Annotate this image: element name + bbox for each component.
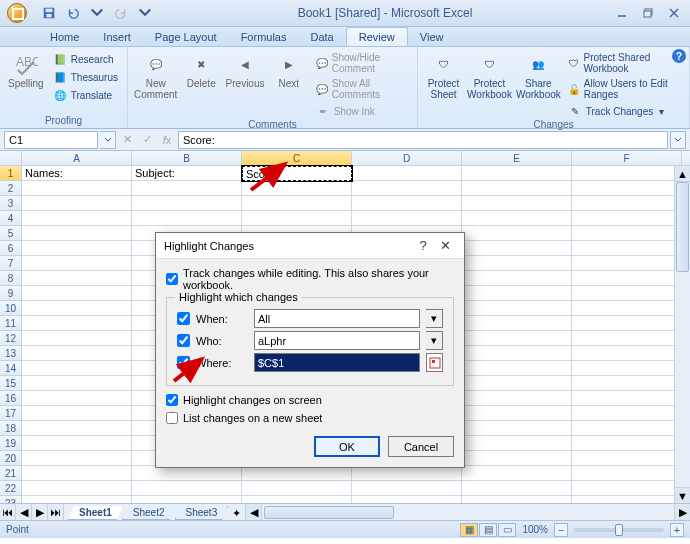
cell[interactable] xyxy=(572,211,682,226)
cell[interactable] xyxy=(22,196,132,211)
translate-button[interactable]: 🌐Translate xyxy=(50,87,121,103)
scroll-right[interactable]: ▶ xyxy=(674,504,690,520)
cell[interactable] xyxy=(132,211,242,226)
cell[interactable] xyxy=(22,301,132,316)
view-page-break[interactable]: ▭ xyxy=(498,523,516,537)
row-header[interactable]: 17 xyxy=(0,406,22,421)
close-button[interactable] xyxy=(662,5,686,21)
column-header[interactable]: B xyxy=(132,151,242,166)
protect-sheet-button[interactable]: 🛡Protect Sheet xyxy=(424,49,463,100)
track-changes-checkbox[interactable]: Track changes while editing. This also s… xyxy=(166,267,454,291)
tab-view[interactable]: View xyxy=(408,28,456,46)
column-header[interactable]: E xyxy=(462,151,572,166)
view-normal[interactable]: ▦ xyxy=(460,523,478,537)
research-button[interactable]: 📗Research xyxy=(50,51,121,67)
formula-input[interactable]: Score: xyxy=(178,131,668,149)
dialog-close-button[interactable]: ✕ xyxy=(434,238,456,253)
thesaurus-button[interactable]: 📘Thesaurus xyxy=(50,69,121,85)
delete-comment-button[interactable]: ✖Delete xyxy=(181,49,221,89)
cell[interactable] xyxy=(462,256,572,271)
sheet-nav-first[interactable]: ⏮ xyxy=(0,504,16,520)
row-header[interactable]: 19 xyxy=(0,436,22,451)
row-header[interactable]: 5 xyxy=(0,226,22,241)
cell[interactable] xyxy=(462,181,572,196)
row-header[interactable]: 15 xyxy=(0,376,22,391)
tab-data[interactable]: Data xyxy=(298,28,345,46)
sheet-tab-1[interactable]: Sheet1 xyxy=(68,506,123,520)
help-button[interactable]: ? xyxy=(672,49,686,63)
cell[interactable] xyxy=(572,436,682,451)
row-header[interactable]: 18 xyxy=(0,421,22,436)
cell[interactable] xyxy=(352,181,462,196)
show-all-comments[interactable]: 💬Show All Comments xyxy=(313,77,411,101)
column-header[interactable]: D xyxy=(352,151,462,166)
view-page-layout[interactable]: ▤ xyxy=(479,523,497,537)
zoom-in[interactable]: + xyxy=(670,523,684,537)
cell[interactable] xyxy=(462,346,572,361)
when-dropdown[interactable]: ▾ xyxy=(426,309,443,328)
name-box-dropdown[interactable] xyxy=(100,131,116,149)
cell[interactable] xyxy=(22,346,132,361)
column-header[interactable]: F xyxy=(572,151,682,166)
cell[interactable] xyxy=(132,496,242,503)
cell[interactable] xyxy=(572,271,682,286)
cell[interactable] xyxy=(462,496,572,503)
cell[interactable] xyxy=(22,421,132,436)
cell[interactable] xyxy=(462,451,572,466)
tab-formulas[interactable]: Formulas xyxy=(229,28,299,46)
name-box[interactable]: C1 xyxy=(4,131,98,149)
cell[interactable] xyxy=(462,406,572,421)
cell[interactable] xyxy=(352,466,462,481)
cell[interactable] xyxy=(462,316,572,331)
restore-button[interactable] xyxy=(636,5,660,21)
cell[interactable] xyxy=(22,466,132,481)
row-header[interactable]: 7 xyxy=(0,256,22,271)
cell[interactable] xyxy=(242,466,352,481)
cell[interactable] xyxy=(22,316,132,331)
cell[interactable] xyxy=(132,466,242,481)
tab-page-layout[interactable]: Page Layout xyxy=(143,28,229,46)
cell[interactable] xyxy=(462,226,572,241)
when-field[interactable]: All xyxy=(254,309,420,328)
qat-undo-menu[interactable] xyxy=(86,3,108,23)
allow-edit-ranges-button[interactable]: 🔓Allow Users to Edit Ranges xyxy=(565,77,683,101)
sheet-tab-2[interactable]: Sheet2 xyxy=(122,506,176,520)
cell[interactable] xyxy=(572,451,682,466)
dialog-titlebar[interactable]: Highlight Changes ? ✕ xyxy=(156,233,464,259)
cell[interactable] xyxy=(572,241,682,256)
cell[interactable] xyxy=(462,241,572,256)
cell[interactable] xyxy=(572,481,682,496)
row-header[interactable]: 9 xyxy=(0,286,22,301)
row-header[interactable]: 16 xyxy=(0,391,22,406)
cell[interactable] xyxy=(22,181,132,196)
vertical-scrollbar[interactable]: ▲ ▼ xyxy=(674,166,690,503)
protect-share-button[interactable]: 🛡Protect Shared Workbook xyxy=(565,51,683,75)
cell[interactable] xyxy=(462,166,572,181)
cell[interactable] xyxy=(572,301,682,316)
cell[interactable] xyxy=(462,436,572,451)
range-picker-button[interactable] xyxy=(426,353,443,372)
row-header[interactable]: 11 xyxy=(0,316,22,331)
row-header[interactable]: 4 xyxy=(0,211,22,226)
cell[interactable] xyxy=(22,451,132,466)
column-header[interactable]: C xyxy=(242,151,352,166)
cell[interactable] xyxy=(462,271,572,286)
cell[interactable] xyxy=(572,256,682,271)
cancel-button[interactable]: Cancel xyxy=(388,436,454,457)
row-header[interactable]: 1 xyxy=(0,166,22,181)
ok-button[interactable]: OK xyxy=(314,436,380,457)
cell[interactable] xyxy=(572,346,682,361)
insert-sheet-button[interactable]: ✦ xyxy=(227,507,245,520)
cell[interactable] xyxy=(462,196,572,211)
scroll-left[interactable]: ◀ xyxy=(246,504,262,520)
cell[interactable] xyxy=(22,481,132,496)
cell[interactable] xyxy=(242,496,352,503)
cell[interactable] xyxy=(462,391,572,406)
vscroll-thumb[interactable] xyxy=(676,182,689,272)
cell[interactable] xyxy=(572,331,682,346)
cell[interactable] xyxy=(242,196,352,211)
row-header[interactable]: 10 xyxy=(0,301,22,316)
row-header[interactable]: 20 xyxy=(0,451,22,466)
column-header[interactable]: G xyxy=(682,151,690,166)
share-workbook-button[interactable]: 👥Share Workbook xyxy=(516,49,561,100)
